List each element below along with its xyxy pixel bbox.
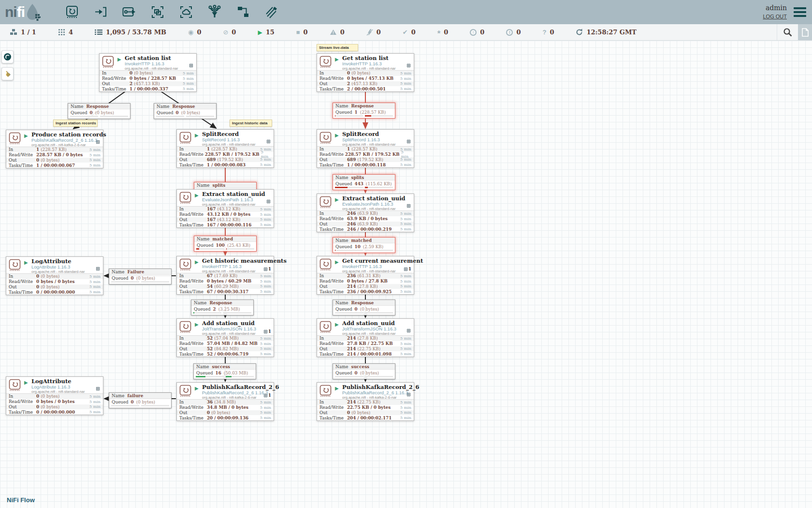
canvas-label[interactable]: Ingest station records	[53, 120, 98, 127]
bulletin-board-button[interactable]	[798, 24, 812, 40]
connection-label[interactable]: NameResponse Queued0(0 bytes)	[333, 299, 395, 315]
stat-value-detail: (43.12 KB)	[217, 217, 240, 222]
run-status-icon: ▶	[335, 197, 339, 202]
processor[interactable]: ▶ Get station list InvokeHTTP 1.16.3 org…	[317, 53, 414, 92]
flow-canvas[interactable]: ☚ ▶ Produce station records PublishKafka…	[0, 41, 812, 508]
processor-bundle: org.apache.nifi - nifi-kafka-2-6-nar	[342, 395, 414, 400]
processor-name: SplitRecord	[202, 130, 274, 137]
processor[interactable]: ▶ LogAttribute LogAttribute 1.16.3 org.a…	[6, 376, 103, 415]
queued-key: Queued	[197, 243, 214, 248]
stat-value: 0 / 00:00:00.000	[36, 290, 75, 295]
processor-stats: In 214 (22.75 KB) 5 min Read/Write 22.75…	[317, 399, 414, 420]
processor[interactable]: ▶ Get station list InvokeHTTP 1.16.3 org…	[99, 53, 197, 92]
stopped-status: ■0	[296, 29, 308, 36]
canvas-label[interactable]: Stream live-data	[317, 44, 358, 51]
stat-label: Tasks/Time	[319, 289, 347, 294]
processor-name: Get current measurement	[342, 256, 414, 264]
stat-value-detail: (57.04 MB)	[214, 336, 238, 341]
connection-label[interactable]: Namesuccess Queued0(0 bytes)	[333, 363, 395, 379]
stat-row: Tasks/Time 1 / 00:00:00.118 5 min	[317, 162, 414, 167]
navigate-palette-button[interactable]	[1, 50, 14, 63]
processor-stamp-icon	[319, 56, 332, 70]
transmitting-icon: ◉	[188, 29, 193, 35]
stat-window: 5 min	[400, 410, 411, 415]
connection-label[interactable]: Namesuccess Queued16(50.03 MB)	[193, 363, 256, 379]
stat-label: Tasks/Time	[9, 163, 36, 168]
logout-link[interactable]: LOG OUT	[763, 14, 787, 19]
thread-grid-icon	[407, 140, 410, 143]
stat-value: 1	[207, 147, 210, 151]
canvas-label[interactable]: Ingest historic data	[230, 120, 272, 127]
connection-label[interactable]: NameResponse Queued1(228.57 KB)	[333, 103, 395, 119]
connection-label[interactable]: Namefailure Queued0(0 bytes)	[109, 392, 172, 408]
process-group-tool-icon[interactable]	[150, 4, 165, 20]
refresh-status[interactable]: 12:58:27 GMT	[576, 29, 637, 36]
remote-process-group-tool-icon[interactable]	[178, 4, 194, 20]
breadcrumb[interactable]: NiFi Flow	[7, 496, 35, 504]
input-port-tool-icon[interactable]	[93, 4, 108, 20]
stat-value: 2	[347, 81, 350, 86]
processor[interactable]: ▶ Get historic measurements InvokeHTTP 1…	[176, 256, 274, 295]
processor[interactable]: ▶ Add station_uuid JoltTransformJSON 1.1…	[176, 318, 274, 357]
processor[interactable]: ▶ Extract station_uuid EvaluateJsonPath …	[317, 194, 414, 232]
global-menu-icon[interactable]	[794, 7, 806, 17]
stat-row: Out 214 (22.75 KB) 5 min	[317, 346, 414, 352]
processor[interactable]: ▶ SplitRecord SplitRecord 1.16.3 org.apa…	[317, 129, 414, 168]
arrow-up-circle-icon: ↑	[470, 29, 477, 36]
processor-stats: In 246 (63.9 KB) 5 min Read/Write 63.9 K…	[317, 210, 414, 232]
funnel-tool-icon[interactable]	[207, 4, 222, 20]
template-tool-icon[interactable]	[235, 4, 251, 20]
processor[interactable]: ▶ LogAttribute LogAttribute 1.16.3 org.a…	[6, 256, 103, 295]
stat-window: 5 min	[400, 71, 411, 75]
processor[interactable]: ▶ SplitRecord SplitRecord 1.16.3 org.apa…	[176, 129, 274, 168]
connection-label[interactable]: NameFailure Queued0(0 bytes)	[109, 269, 172, 284]
queued-count: 0	[355, 371, 358, 375]
processor[interactable]: ▶ Produce station records PublishKafkaRe…	[6, 130, 103, 168]
processor[interactable]: ▶ PublishKafkaRecord_2_6 PublishKafkaRec…	[317, 382, 414, 421]
stat-window: 5 min	[260, 400, 271, 404]
refresh-icon[interactable]	[576, 29, 583, 36]
queued-size: (0 bytes)	[360, 307, 379, 312]
processor[interactable]: ▶ PublishKafkaRecord_2_6 PublishKafkaRec…	[176, 382, 274, 421]
run-status-icon: ▶	[24, 380, 28, 385]
thread-grid-icon	[267, 140, 270, 143]
stat-label: Tasks/Time	[102, 87, 130, 91]
processor-tool-icon[interactable]	[64, 4, 80, 20]
stat-label: Read/Write	[319, 216, 347, 221]
operate-palette-button[interactable]: ☚	[1, 67, 14, 80]
run-status-icon: ▶	[335, 260, 339, 265]
search-button[interactable]	[777, 24, 798, 40]
stat-label: Read/Write	[179, 152, 205, 157]
processor-name: PublishKafkaRecord_2_6	[342, 383, 414, 390]
processor[interactable]: ▶ Extract station_uuid EvaluateJsonPath …	[176, 189, 274, 228]
processor[interactable]: ▶ Add station_uuid JoltTransformJSON 1.1…	[317, 318, 414, 357]
stat-value: 34.8 MB / 0 bytes	[207, 405, 248, 410]
queued-size: (50.03 MB)	[224, 371, 248, 375]
stat-row: In 0 (0 bytes) 5 min	[100, 71, 196, 76]
processor-type: InvokeHTTP 1.16.3	[125, 61, 196, 66]
stat-value: 43.12 KB / 0 bytes	[207, 212, 250, 217]
connection-label[interactable]: NameResponse Queued0(0 bytes)	[154, 103, 217, 119]
processor[interactable]: ▶ Get current measurement InvokeHTTP 1.1…	[317, 256, 414, 295]
backpressure-bars	[109, 281, 171, 284]
connection-label[interactable]: Namesplits Queued443(115.62 KB)	[333, 174, 395, 190]
connection-label[interactable]: Namematched Queued100(25.43 KB)	[194, 236, 257, 252]
processor-stats: In 167 (43.12 KB) 5 min Read/Write 43.12…	[177, 206, 274, 227]
stat-label: Read/Write	[179, 212, 207, 217]
connection-name-value: Response	[210, 300, 232, 305]
stat-value-detail: (0 bytes)	[351, 71, 370, 75]
stat-window: 5 min	[260, 352, 271, 356]
stat-row: Read/Write 0 bytes / 0 bytes 5 min	[6, 399, 103, 404]
processor-stats: In 1 (228.57 KB) 5 min Read/Write 228.57…	[6, 147, 103, 168]
connection-label[interactable]: NameResponse Queued0(0 bytes)	[68, 103, 130, 119]
connection-label[interactable]: NameResponse Queued2(3.25 MB)	[191, 299, 254, 315]
stat-window: 5 min	[400, 279, 411, 284]
output-port-tool-icon[interactable]	[121, 4, 137, 20]
label-tool-icon[interactable]	[264, 4, 279, 20]
stat-row: In 236 (61.31 KB) 5 min	[317, 273, 414, 279]
stat-label: In	[319, 336, 347, 341]
processor-stats: In 0 (0 bytes) 5 min Read/Write 0 bytes …	[6, 273, 103, 295]
backpressure-bars	[154, 115, 216, 119]
connection-label[interactable]: Namematched Queued10(2.59 KB)	[333, 237, 395, 253]
stat-value-detail: (27.8 KB)	[357, 336, 377, 341]
